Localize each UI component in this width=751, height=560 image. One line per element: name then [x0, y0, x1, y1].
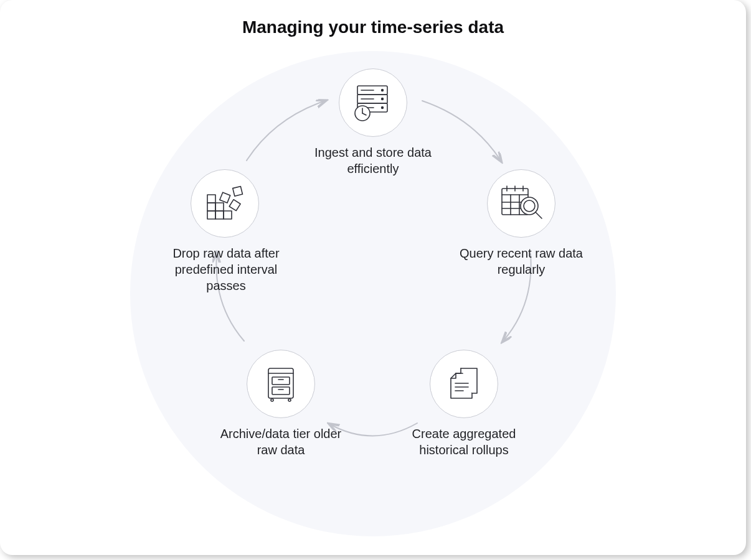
svg-point-6: [382, 90, 384, 91]
diagram-card: Managing your time-series data: [0, 0, 746, 555]
stage-query: [487, 169, 555, 238]
stage-ingest: [339, 68, 407, 137]
svg-point-33: [271, 399, 273, 401]
stage-archive-label: Archive/data tier older raw data: [212, 426, 349, 458]
svg-rect-41: [220, 192, 230, 203]
stage-drop: [191, 169, 259, 238]
calendar-search-icon: [498, 184, 544, 223]
svg-rect-42: [233, 186, 243, 196]
svg-point-34: [288, 399, 291, 401]
stage-rollup: [430, 350, 498, 418]
svg-rect-36: [215, 211, 224, 219]
svg-rect-40: [207, 195, 215, 203]
blocks-falling-icon: [204, 185, 246, 222]
svg-line-23: [536, 212, 542, 218]
svg-point-8: [382, 107, 384, 109]
stage-ingest-label: Ingest and store data efficiently: [305, 144, 442, 177]
svg-rect-38: [207, 203, 215, 211]
svg-rect-30: [272, 387, 290, 394]
server-clock-icon: [351, 83, 395, 122]
stage-archive: [247, 350, 315, 418]
svg-rect-43: [229, 200, 240, 211]
svg-rect-35: [207, 211, 215, 219]
svg-rect-29: [272, 377, 290, 385]
svg-rect-39: [215, 203, 224, 211]
stage-query-label: Query recent raw data regularly: [453, 245, 590, 278]
stage-rollup-label: Create aggregated historical rollups: [395, 426, 532, 458]
stage-drop-label: Drop raw data after predefined interval …: [156, 245, 296, 294]
svg-rect-37: [224, 211, 232, 219]
documents-icon: [445, 365, 483, 403]
cabinet-icon: [263, 365, 298, 403]
svg-point-7: [382, 98, 384, 100]
